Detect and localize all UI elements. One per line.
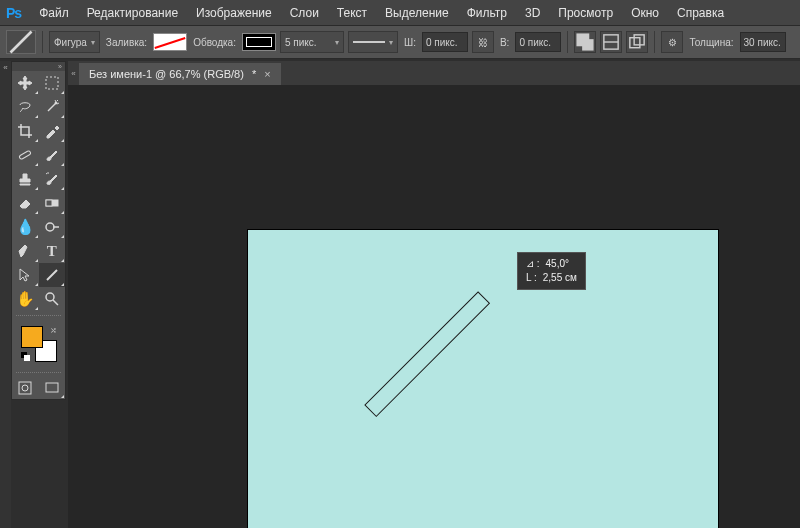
magic-wand-tool[interactable] <box>39 95 66 119</box>
path-alignment-button[interactable] <box>600 31 622 53</box>
artboard[interactable]: ⊿ : 45,0° L : 2,55 см <box>248 230 718 528</box>
arrow-cursor-icon <box>17 267 33 283</box>
gear-icon: ⚙ <box>668 37 677 48</box>
gradient-icon <box>44 195 60 211</box>
crop-tool[interactable] <box>12 119 39 143</box>
hand-tool[interactable]: ✋ <box>12 287 39 311</box>
menu-window[interactable]: Окно <box>623 2 667 24</box>
menu-layers[interactable]: Слои <box>282 2 327 24</box>
foreground-color-swatch[interactable] <box>21 326 43 348</box>
geometry-options-button[interactable]: ⚙ <box>661 31 683 53</box>
type-tool[interactable]: T <box>39 239 66 263</box>
svg-rect-11 <box>19 150 31 159</box>
svg-line-18 <box>53 300 58 305</box>
svg-rect-13 <box>46 200 52 206</box>
arrange-icon <box>627 32 647 52</box>
brush-tool[interactable] <box>39 143 66 167</box>
align-icon <box>601 32 621 52</box>
svg-rect-8 <box>46 77 58 89</box>
stamp-tool[interactable] <box>12 167 39 191</box>
bandage-icon <box>17 147 33 163</box>
zoom-tool[interactable] <box>39 287 66 311</box>
path-operations-button[interactable] <box>574 31 596 53</box>
dodge-tool[interactable] <box>39 215 66 239</box>
dodge-icon <box>44 219 60 235</box>
path-select-tool[interactable] <box>12 263 39 287</box>
history-brush-tool[interactable] <box>39 167 66 191</box>
tabbar-chevron-icon[interactable]: « <box>68 69 79 78</box>
svg-line-9 <box>48 103 56 111</box>
stroke-width-dropdown[interactable]: 5 пикс. ▾ <box>280 31 344 53</box>
stroke-style-dropdown[interactable]: ▾ <box>348 31 398 53</box>
svg-point-14 <box>46 223 54 231</box>
menu-image[interactable]: Изображение <box>188 2 280 24</box>
app-logo: Ps <box>6 5 21 21</box>
svg-rect-19 <box>19 382 31 394</box>
canvas-workspace[interactable]: ⊿ : 45,0° L : 2,55 см <box>68 85 800 528</box>
angle-value: 45,0° <box>546 257 569 271</box>
document-tab-bar: « Без имени-1 @ 66,7% (RGB/8) * × <box>68 61 800 85</box>
menu-view[interactable]: Просмотр <box>550 2 621 24</box>
angle-label: ⊿ : <box>526 257 540 271</box>
menu-file[interactable]: Файл <box>31 2 77 24</box>
tools-panel: » 💧 T ✋ ⤭ <box>11 61 66 400</box>
close-tab-button[interactable]: × <box>264 68 270 80</box>
screen-mode-button[interactable] <box>39 377 66 399</box>
menu-help[interactable]: Справка <box>669 2 732 24</box>
svg-point-10 <box>55 102 57 104</box>
svg-rect-3 <box>583 39 594 50</box>
marquee-tool[interactable] <box>39 71 66 95</box>
brush-icon <box>44 147 60 163</box>
fill-label: Заливка: <box>104 37 149 48</box>
stroke-swatch[interactable] <box>242 33 276 51</box>
stroke-width-value: 5 пикс. <box>285 37 317 48</box>
color-swatches: ⤭ <box>12 320 65 372</box>
document-tab[interactable]: Без имени-1 @ 66,7% (RGB/8) * × <box>79 63 281 85</box>
move-icon <box>17 75 33 91</box>
menu-filter[interactable]: Фильтр <box>459 2 515 24</box>
panel-collapse-strip[interactable]: « <box>0 61 11 528</box>
eyedropper-tool[interactable] <box>39 119 66 143</box>
chevron-down-icon: ▾ <box>91 38 95 47</box>
options-bar: Фигура ▾ Заливка: Обводка: 5 пикс. ▾ ▾ Ш… <box>0 25 800 59</box>
link-dimensions-button[interactable]: ⛓ <box>472 31 494 53</box>
swap-colors-icon[interactable]: ⤭ <box>50 326 57 335</box>
wand-icon <box>44 99 60 115</box>
quickmask-icon <box>17 380 33 396</box>
line-icon <box>44 267 60 283</box>
lasso-icon <box>17 99 33 115</box>
shape-height-input[interactable] <box>515 32 561 52</box>
shape-width-input[interactable] <box>422 32 468 52</box>
stamp-icon <box>17 171 33 187</box>
crop-icon <box>17 123 33 139</box>
line-tool[interactable] <box>39 263 66 287</box>
eyedropper-icon <box>44 123 60 139</box>
move-tool[interactable] <box>12 71 39 95</box>
document-tab-title: Без имени-1 @ 66,7% (RGB/8) <box>89 68 244 80</box>
line-weight-input[interactable] <box>740 32 786 52</box>
fill-swatch[interactable] <box>153 33 187 51</box>
menu-text[interactable]: Текст <box>329 2 375 24</box>
tool-mode-label: Фигура <box>54 37 87 48</box>
default-colors-icon[interactable] <box>21 352 31 362</box>
weight-label: Толщина: <box>687 37 735 48</box>
blur-tool[interactable]: 💧 <box>12 215 39 239</box>
tools-panel-header[interactable]: » <box>12 62 65 71</box>
pen-tool[interactable] <box>12 239 39 263</box>
lasso-tool[interactable] <box>12 95 39 119</box>
tool-mode-dropdown[interactable]: Фигура ▾ <box>49 31 100 53</box>
menu-select[interactable]: Выделение <box>377 2 457 24</box>
healing-tool[interactable] <box>12 143 39 167</box>
active-tool-indicator[interactable] <box>6 30 36 54</box>
quick-mask-button[interactable] <box>12 377 39 399</box>
length-value: 2,55 см <box>543 271 577 285</box>
magnifier-icon <box>44 291 60 307</box>
menu-edit[interactable]: Редактирование <box>79 2 186 24</box>
menu-3d[interactable]: 3D <box>517 2 548 24</box>
type-icon: T <box>44 243 60 259</box>
path-arrangement-button[interactable] <box>626 31 648 53</box>
history-brush-icon <box>44 171 60 187</box>
gradient-tool[interactable] <box>39 191 66 215</box>
line-tool-icon <box>7 28 35 56</box>
eraser-tool[interactable] <box>12 191 39 215</box>
